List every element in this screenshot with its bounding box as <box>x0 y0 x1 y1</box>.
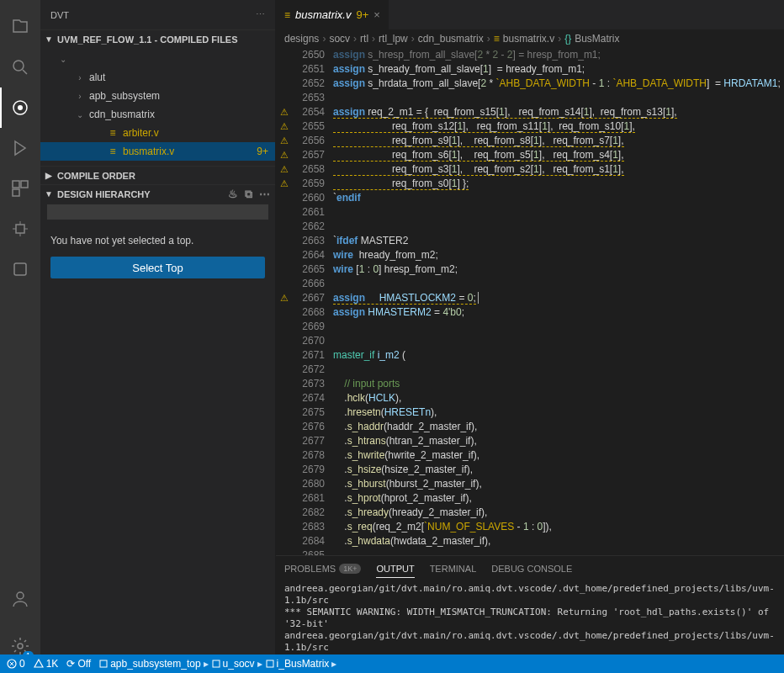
svg-point-0 <box>13 61 24 71</box>
tree-folder[interactable]: ⌄cdn_busmatrix <box>40 105 275 124</box>
sidebar: DVT ⋯ ▼ UVM_REF_FLOW_1.1 - COMPILED FILE… <box>40 0 276 673</box>
search-icon[interactable] <box>0 47 40 87</box>
module-icon[interactable] <box>0 249 40 289</box>
select-top-button[interactable]: Select Top <box>50 257 265 278</box>
tab-output[interactable]: OUTPUT <box>376 564 414 578</box>
panel-tabs: PROBLEMS 1K+ OUTPUT TERMINAL DEBUG CONSO… <box>276 556 784 581</box>
section-compiled-files[interactable]: ▼ UVM_REF_FLOW_1.1 - COMPILED FILES <box>40 29 275 48</box>
problems-count: 1K+ <box>339 564 361 574</box>
copy-icon[interactable]: ⧉ <box>243 188 254 201</box>
sidebar-title-row: DVT ⋯ <box>40 0 275 29</box>
chevron-down-icon: ▼ <box>44 34 54 44</box>
activity-bar: 1 <box>0 0 40 673</box>
svg-rect-6 <box>16 225 24 233</box>
tab-label: busmatrix.v <box>295 8 351 21</box>
status-warnings[interactable]: 1K <box>34 658 59 670</box>
section-design-hierarchy[interactable]: ▼ DESIGN HIERARCHY ♨ ⧉ ⋯ <box>40 184 275 203</box>
main-area: ≡ busmatrix.v 9+ × designs›socv›rtl›rtl_… <box>276 0 784 673</box>
status-hierarchy-path[interactable]: apb_subsystem_top ▸u_socv ▸i_BusMatrix ▸ <box>99 658 336 670</box>
tree-folder[interactable]: ›alut <box>40 68 275 87</box>
section-label: COMPILE ORDER <box>57 171 135 181</box>
editor-tabs: ≡ busmatrix.v 9+ × <box>276 0 784 29</box>
close-icon[interactable]: × <box>373 8 380 21</box>
run-icon[interactable] <box>0 128 40 168</box>
file-tree: ⌄›alut›apb_subsystem⌄cdn_busmatrix≡arbit… <box>40 48 275 166</box>
svg-rect-3 <box>13 181 19 188</box>
svg-rect-12 <box>213 660 220 667</box>
explorer-icon[interactable] <box>0 7 40 47</box>
tree-folder[interactable]: ⌄ <box>40 50 275 68</box>
status-bar: 0 1K ⟳ Off apb_subsystem_top ▸u_socv ▸i_… <box>0 654 784 673</box>
svg-point-9 <box>18 644 23 649</box>
svg-rect-5 <box>13 189 19 196</box>
breadcrumbs[interactable]: designs›socv›rtl›rtl_lpw›cdn_busmatrix›≡… <box>276 29 784 48</box>
extensions-icon[interactable] <box>0 168 40 209</box>
code-editor[interactable]: ⚠⚠⚠⚠⚠⚠⚠ 26502651265226532654265526562657… <box>276 48 784 555</box>
dvt-icon[interactable] <box>0 87 40 128</box>
status-errors[interactable]: 0 <box>7 658 25 670</box>
svg-point-8 <box>17 592 24 599</box>
hierarchy-icon[interactable]: ♨ <box>226 188 240 200</box>
tab-terminal[interactable]: TERMINAL <box>430 564 477 574</box>
no-top-message: You have not yet selected a top. <box>40 225 275 257</box>
sidebar-title: DVT <box>50 10 69 20</box>
tab-busmatrix[interactable]: ≡ busmatrix.v 9+ × <box>276 0 389 29</box>
design-filter-input[interactable] <box>47 204 268 220</box>
tree-file[interactable]: ≡busmatrix.v9+ <box>40 142 275 161</box>
chip-icon[interactable] <box>0 209 40 249</box>
section-label: DESIGN HIERARCHY <box>57 189 151 199</box>
account-icon[interactable] <box>0 579 40 619</box>
section-compile-order[interactable]: ▶ COMPILE ORDER <box>40 166 275 184</box>
svg-rect-13 <box>267 660 273 667</box>
chevron-right-icon: ▶ <box>44 171 54 180</box>
tree-folder[interactable]: ›apb_subsystem <box>40 87 275 105</box>
svg-point-2 <box>18 105 23 110</box>
more-icon[interactable]: ⋯ <box>256 9 265 20</box>
tab-problems[interactable]: PROBLEMS 1K+ <box>284 564 361 574</box>
tab-debug-console[interactable]: DEBUG CONSOLE <box>491 564 572 574</box>
tab-badge: 9+ <box>356 8 368 21</box>
svg-rect-4 <box>21 181 28 188</box>
chevron-down-icon: ▼ <box>44 189 54 199</box>
file-icon: ≡ <box>284 9 290 21</box>
section-label: UVM_REF_FLOW_1.1 - COMPILED FILES <box>57 34 238 45</box>
svg-rect-7 <box>14 263 26 275</box>
tree-file[interactable]: ≡arbiter.v <box>40 124 275 142</box>
svg-rect-11 <box>100 660 107 667</box>
overflow-icon[interactable]: ⋯ <box>257 188 272 200</box>
status-off[interactable]: ⟳ Off <box>66 658 91 670</box>
